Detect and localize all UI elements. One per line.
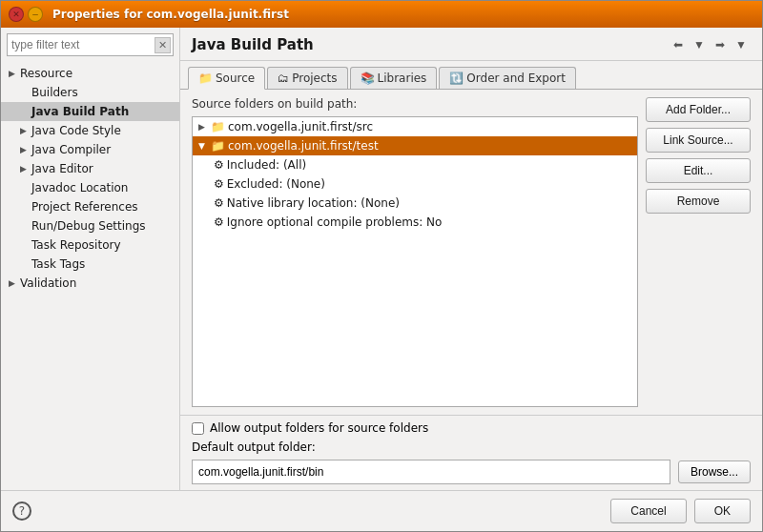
tab-label: Source [216,72,255,85]
main-header: Java Build Path ⬅ ▼ ➡ ▼ [180,28,762,61]
link-source-button[interactable]: Link Source... [646,128,751,153]
nav-dropdown2[interactable]: ▼ [732,35,751,54]
tree-item-label: com.vogella.junit.first/test [228,139,379,153]
tab-source[interactable]: 📁 Source [188,67,265,90]
tree-item-label: Excluded: (None) [227,177,325,191]
sidebar-item-label: Javadoc Location [31,181,128,194]
expand-icon: ▶ [20,145,31,154]
sidebar-item-run-debug-settings[interactable]: Run/Debug Settings [1,216,179,235]
remove-button[interactable]: Remove [646,189,751,214]
tree-item-included[interactable]: ⚙ Included: (All) [193,155,637,174]
folder-icon: 📁 [198,72,213,85]
expand-icon [20,107,31,116]
filter-clear-button[interactable]: ✕ [155,37,171,53]
output-folder-input[interactable] [192,460,670,484]
tab-projects[interactable]: 🗂 Projects [267,67,347,89]
sidebar: ✕ ▶ Resource Builders Java Build Path ▶ [1,28,180,490]
tree-item-label: Native library location: (None) [227,196,400,210]
tree-label: Source folders on build path: [192,97,638,111]
output-folder-label: Default output folder: [192,440,316,454]
projects-icon: 🗂 [278,72,289,85]
sidebar-item-label: Java Compiler [31,143,111,156]
tab-order-export[interactable]: 🔃 Order and Export [439,67,576,89]
folder-icon: 📁 [211,139,225,153]
expand-icon [20,240,31,250]
sidebar-item-java-editor[interactable]: ▶ Java Editor [1,159,179,178]
order-icon: 🔃 [449,72,464,85]
sidebar-item-resource[interactable]: ▶ Resource [1,64,179,83]
help-icon[interactable]: ? [12,501,31,521]
sidebar-item-label: Task Repository [31,238,121,252]
expand-icon: ▼ [198,141,208,151]
browse-button[interactable]: Browse... [678,460,751,483]
forward-button[interactable]: ➡ [711,35,730,54]
tab-label: Projects [292,72,337,85]
tree-item-src[interactable]: ▶ 📁 com.vogella.junit.first/src [193,117,637,136]
sidebar-item-label: Resource [20,67,72,80]
filter-input[interactable] [11,38,155,51]
sidebar-item-label: Run/Debug Settings [31,219,146,233]
folder-icon: 📁 [211,120,225,133]
filter-box: ✕ [7,33,174,56]
main-content: Java Build Path ⬅ ▼ ➡ ▼ 📁 Source 🗂 Proje… [180,28,762,490]
main-dialog: ✕ − Properties for com.vogella.junit.fir… [0,0,763,532]
sidebar-item-label: Task Tags [31,257,85,271]
expand-icon: ▶ [9,69,20,78]
sidebar-item-javadoc-location[interactable]: Javadoc Location [1,178,179,197]
window-controls: ✕ − [9,7,43,22]
add-folder-button[interactable]: Add Folder... [646,97,751,122]
sidebar-item-label: Java Code Style [31,124,121,137]
gear-icon: ⚙ [214,158,224,172]
output-row: Default output folder: [192,440,751,454]
allow-output-folders-checkbox[interactable] [192,422,204,435]
tab-bar: 📁 Source 🗂 Projects 📚 Libraries 🔃 Order … [180,61,762,90]
content-area: Source folders on build path: ▶ 📁 com.vo… [180,90,762,415]
tree-item-native-lib[interactable]: ⚙ Native library location: (None) [193,194,637,213]
back-button[interactable]: ⬅ [669,35,688,54]
ok-button[interactable]: OK [694,499,751,523]
tree-item-label: Included: (All) [227,158,306,172]
dialog-title: Properties for com.vogella.junit.first [52,8,289,21]
tree-item-label: com.vogella.junit.first/src [228,120,373,133]
sidebar-item-project-references[interactable]: Project References [1,197,179,216]
minimize-button[interactable]: − [28,7,43,22]
footer-right: Cancel OK [610,499,751,523]
sidebar-item-task-repository[interactable]: Task Repository [1,235,179,255]
libraries-icon: 📚 [361,72,375,85]
nav-dropdown[interactable]: ▼ [690,35,709,54]
expand-icon: ▶ [20,126,31,135]
expand-icon [20,221,31,231]
checkbox-row: Allow output folders for source folders [192,421,751,435]
sidebar-item-java-compiler[interactable]: ▶ Java Compiler [1,140,179,159]
tree-item-label: Ignore optional compile problems: No [227,215,443,229]
close-button[interactable]: ✕ [9,7,24,22]
gear-icon: ⚙ [214,196,224,210]
tree-panel: Source folders on build path: ▶ 📁 com.vo… [192,97,638,407]
edit-button[interactable]: Edit... [646,158,751,183]
expand-icon [20,183,31,193]
gear-icon: ⚙ [214,177,224,191]
tree-item-ignore-problems[interactable]: ⚙ Ignore optional compile problems: No [193,213,637,232]
tab-libraries[interactable]: 📚 Libraries [350,67,438,89]
sidebar-item-validation[interactable]: ▶ Validation [1,274,179,293]
dialog-body: ✕ ▶ Resource Builders Java Build Path ▶ [1,28,762,490]
cancel-button[interactable]: Cancel [610,499,686,523]
sidebar-item-label: Java Build Path [31,105,129,118]
expand-icon [20,88,31,97]
gear-icon: ⚙ [214,215,224,229]
sidebar-item-java-code-style[interactable]: ▶ Java Code Style [1,121,179,140]
tree-item-test[interactable]: ▼ 📁 com.vogella.junit.first/test [193,136,637,155]
tree-item-excluded[interactable]: ⚙ Excluded: (None) [193,174,637,194]
action-buttons-panel: Add Folder... Link Source... Edit... Rem… [646,97,751,407]
sidebar-item-task-tags[interactable]: Task Tags [1,255,179,274]
sidebar-list: ▶ Resource Builders Java Build Path ▶ Ja… [1,62,179,490]
tab-label: Order and Export [466,72,566,85]
expand-icon: ▶ [9,278,20,288]
tree-container[interactable]: ▶ 📁 com.vogella.junit.first/src ▼ 📁 com.… [192,116,638,407]
page-title: Java Build Path [192,36,314,53]
expand-icon: ▶ [198,122,208,132]
footer-left: ? [12,501,31,521]
sidebar-item-builders[interactable]: Builders [1,83,179,102]
sidebar-item-java-build-path[interactable]: Java Build Path [1,102,179,121]
checkbox-label: Allow output folders for source folders [210,421,428,435]
